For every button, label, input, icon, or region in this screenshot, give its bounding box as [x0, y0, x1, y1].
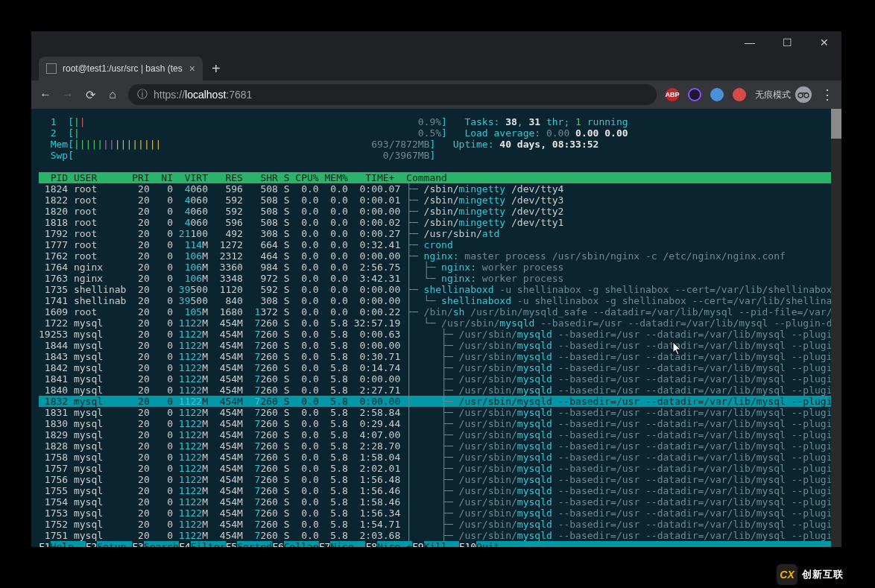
address-bar[interactable]: ⓘ https://localhost:7681 [128, 84, 657, 105]
incognito-label: 无痕模式 [755, 89, 791, 101]
url-text: https://localhost:7681 [154, 89, 252, 101]
window-minimize-button[interactable]: — [739, 37, 761, 48]
browser-tab[interactable]: root@test1:/usr/src | bash (tes × [39, 57, 203, 80]
incognito-indicator: 无痕模式 [755, 86, 812, 103]
site-info-icon[interactable]: ⓘ [137, 88, 148, 101]
abp-extension-icon[interactable]: ABP [666, 88, 679, 101]
window-titlebar: — ☐ ✕ [31, 31, 841, 54]
scroll-thumb[interactable] [831, 109, 841, 139]
browser-toolbar: ← → ⟳ ⌂ ⓘ https://localhost:7681 ABP 无痕模… [31, 80, 841, 109]
tab-bar: root@test1:/usr/src | bash (tes × + [31, 54, 841, 80]
home-button[interactable]: ⌂ [106, 88, 119, 101]
extension-icon-3[interactable] [710, 88, 724, 101]
back-button[interactable]: ← [39, 88, 52, 101]
page-content: 1 [|| 0.9%] Tasks: 38, 31 thr; 1 running… [31, 109, 841, 547]
browser-window: — ☐ ✕ root@test1:/usr/src | bash (tes × … [31, 31, 841, 547]
extension-icons: ABP [666, 88, 746, 101]
vertical-scrollbar[interactable] [831, 109, 841, 547]
watermark: CX 创新互联 [771, 561, 875, 588]
incognito-icon [795, 86, 812, 103]
watermark-text: 创新互联 [802, 568, 844, 581]
watermark-logo-icon: CX [777, 564, 797, 585]
tab-favicon [46, 63, 57, 74]
reload-button[interactable]: ⟳ [83, 88, 97, 102]
forward-button[interactable]: → [61, 88, 75, 101]
new-tab-button[interactable]: + [203, 57, 230, 80]
extension-icon-2[interactable] [688, 88, 701, 101]
tab-close-button[interactable]: × [189, 63, 195, 75]
extension-icon-4[interactable] [733, 88, 746, 101]
tab-title: root@test1:/usr/src | bash (tes [63, 63, 183, 74]
window-close-button[interactable]: ✕ [813, 37, 835, 48]
terminal-output[interactable]: 1 [|| 0.9%] Tasks: 38, 31 thr; 1 running… [31, 109, 841, 547]
svg-point-1 [804, 93, 809, 98]
window-maximize-button[interactable]: ☐ [776, 37, 798, 48]
browser-menu-button[interactable]: ⋮ [821, 86, 834, 103]
svg-point-0 [798, 93, 803, 98]
